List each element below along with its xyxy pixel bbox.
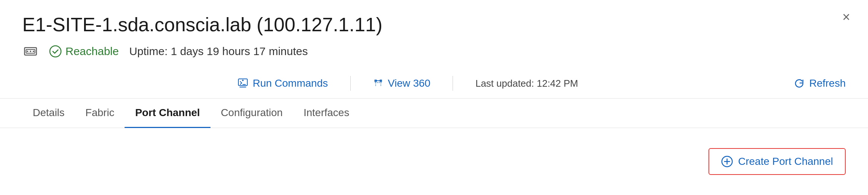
tab-interfaces[interactable]: Interfaces: [293, 99, 360, 128]
refresh-label: Refresh: [809, 77, 846, 89]
svg-point-5: [50, 46, 61, 57]
tab-fabric[interactable]: Fabric: [75, 99, 125, 128]
toolbar-right: Refresh: [794, 77, 846, 89]
status-label: Reachable: [65, 45, 119, 58]
status-row: Reachable Uptime: 1 days 19 hours 17 min…: [22, 43, 846, 60]
view-360-button[interactable]: View 360: [373, 77, 431, 89]
last-updated-text: Last updated: 12:42 PM: [475, 78, 578, 89]
run-commands-button[interactable]: Run Commands: [238, 77, 328, 89]
header-section: E1-SITE-1.sda.conscia.lab (100.127.1.11)…: [0, 0, 868, 68]
create-port-channel-button[interactable]: Create Port Channel: [708, 148, 846, 175]
device-icon: [22, 43, 39, 60]
run-commands-label: Run Commands: [253, 77, 328, 89]
close-button[interactable]: ×: [842, 10, 850, 24]
toolbar-separator: [350, 76, 351, 91]
tab-interfaces-label: Interfaces: [303, 107, 349, 118]
tab-port-channel-label: Port Channel: [135, 107, 200, 118]
refresh-icon: [794, 78, 805, 89]
toolbar: Run Commands View 360 Last updated: 12:4…: [0, 68, 868, 99]
tab-details[interactable]: Details: [22, 99, 75, 128]
tab-configuration[interactable]: Configuration: [210, 99, 293, 128]
tab-fabric-label: Fabric: [86, 107, 115, 118]
view-360-icon: [373, 78, 383, 89]
uptime-text: Uptime: 1 days 19 hours 17 minutes: [129, 45, 308, 58]
toolbar-separator-2: [453, 76, 453, 91]
status-badge: Reachable: [49, 45, 119, 58]
tab-configuration-label: Configuration: [221, 107, 283, 118]
create-port-channel-label: Create Port Channel: [738, 156, 833, 167]
tabs-section: Details Fabric Port Channel Configuratio…: [0, 99, 868, 128]
tab-port-channel[interactable]: Port Channel: [125, 99, 210, 128]
refresh-button[interactable]: Refresh: [794, 77, 846, 89]
svg-point-7: [242, 80, 244, 81]
svg-point-2: [27, 51, 28, 52]
device-title: E1-SITE-1.sda.conscia.lab (100.127.1.11): [22, 13, 846, 36]
tab-details-label: Details: [33, 107, 65, 118]
view-360-label: View 360: [388, 77, 431, 89]
svg-point-4: [33, 51, 34, 52]
toolbar-center: Run Commands View 360 Last updated: 12:4…: [22, 76, 794, 91]
run-commands-icon: [238, 78, 248, 89]
device-panel: × E1-SITE-1.sda.conscia.lab (100.127.1.1…: [0, 0, 868, 195]
svg-point-3: [30, 51, 31, 52]
create-port-channel-icon: [721, 156, 733, 167]
bottom-section: Create Port Channel: [0, 128, 868, 195]
